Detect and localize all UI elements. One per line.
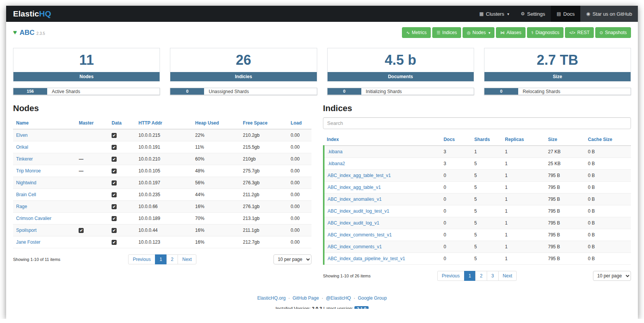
- node-heap-used-cell: 60%: [192, 153, 240, 165]
- index-name-link[interactable]: ABC_index_data_pipeline_kv_test_v1: [328, 256, 405, 261]
- cluster-btn-rest[interactable]: </>REST: [565, 27, 594, 38]
- cluster-btn-diagnostics[interactable]: ⚕Diagnostics: [527, 27, 563, 38]
- nodes-per-page-select[interactable]: 10 per page: [273, 254, 311, 264]
- checked-checkbox-icon[interactable]: ✔: [112, 192, 117, 197]
- node-heap-used-cell: 70%: [192, 213, 240, 225]
- index-name-link[interactable]: ABC_index_audit_log_v1: [328, 220, 379, 226]
- index-name-cell: ABC_index_audit_log_v1: [324, 217, 440, 229]
- brand-logo[interactable]: ElasticHQ: [6, 6, 58, 22]
- checked-checkbox-icon[interactable]: ✔: [112, 169, 117, 174]
- page-button-1[interactable]: 1: [155, 254, 167, 264]
- index-replicas-cell: 1: [502, 253, 545, 265]
- next-page-button[interactable]: Next: [178, 254, 196, 264]
- node-name-cell: Jane Foster: [13, 236, 76, 248]
- node-http-addr-cell: 10.0.0.105: [135, 165, 192, 177]
- node-name-link[interactable]: Elven: [16, 133, 28, 138]
- node-data-cell: ✔: [109, 153, 135, 165]
- previous-page-button[interactable]: Previous: [128, 254, 155, 264]
- index-cache-size-cell: 0 B: [585, 193, 631, 205]
- checked-checkbox-icon[interactable]: ✔: [112, 228, 117, 233]
- footer-link-github-page[interactable]: GitHub Page: [293, 295, 319, 301]
- nav-item-clusters[interactable]: ▦Clusters▾: [473, 6, 515, 22]
- checked-checkbox-icon[interactable]: ✔: [79, 228, 84, 233]
- index-docs-cell: 3: [440, 146, 471, 158]
- cluster-btn-metrics[interactable]: ∿Metrics: [402, 27, 431, 38]
- index-name-cell: ABC_index_agg_table_v1: [324, 182, 440, 193]
- indices-per-page-select[interactable]: 10 per page: [593, 271, 631, 281]
- footer-link-elastichq-org[interactable]: ElasticHQ.org: [257, 295, 286, 301]
- page-button-3[interactable]: 3: [487, 271, 499, 281]
- footer-link-google-group[interactable]: Google Group: [358, 295, 387, 301]
- node-master-cell: —: [76, 153, 109, 165]
- cluster-btn-nodes[interactable]: ◎Nodes▾: [463, 27, 494, 38]
- index-name-link[interactable]: ABC_index_anomalies_v1: [328, 197, 382, 202]
- shard-count-badge: 156: [13, 88, 47, 95]
- node-name-link[interactable]: Orikal: [16, 144, 28, 150]
- index-name-link[interactable]: .kibana: [328, 149, 343, 154]
- next-page-button[interactable]: Next: [498, 271, 517, 281]
- node-heap-used-cell: 44%: [192, 189, 240, 201]
- page-button-2[interactable]: 2: [166, 254, 178, 264]
- page-button-2[interactable]: 2: [475, 271, 487, 281]
- index-name-cell: ABC_index_comments_v1: [324, 241, 440, 253]
- nav-item-settings[interactable]: ⚙Settings: [515, 6, 551, 22]
- shard-label: Active Shards: [52, 89, 80, 94]
- nodes-head-row: NameMasterDataHTTP AddrHeap UsedFree Spa…: [13, 117, 311, 129]
- col-header-shards: Shards: [471, 134, 502, 146]
- node-name-link[interactable]: Brain Cell: [16, 192, 36, 197]
- page-footer-links: ElasticHQ.org·GitHub Page·@ElasticHQ·Goo…: [6, 295, 638, 301]
- checked-checkbox-icon[interactable]: ✔: [112, 157, 117, 162]
- footer-links: ElasticHQ.org·GitHub Page·@ElasticHQ·Goo…: [257, 295, 387, 301]
- node-name-link[interactable]: Crimson Cavalier: [16, 216, 51, 221]
- checked-checkbox-icon[interactable]: ✔: [112, 240, 117, 245]
- checked-checkbox-icon[interactable]: ✔: [112, 180, 117, 185]
- page-button-1[interactable]: 1: [464, 271, 476, 281]
- node-name-link[interactable]: Spoilsport: [16, 228, 36, 233]
- previous-page-button[interactable]: Previous: [437, 271, 464, 281]
- index-shards-cell: 5: [471, 158, 502, 170]
- node-master-cell: [76, 201, 109, 213]
- cluster-btn-label: REST: [577, 30, 590, 35]
- shard-label: Relocating Shards: [523, 89, 560, 94]
- checked-checkbox-icon[interactable]: ✔: [112, 204, 117, 209]
- node-heap-used-cell: 11%: [192, 141, 240, 153]
- index-size-cell: 795 B: [545, 229, 585, 241]
- index-name-link[interactable]: ABC_index_audit_log_test_v1: [328, 208, 389, 214]
- col-header-data: Data: [109, 117, 135, 129]
- main-columns: Nodes NameMasterDataHTTP AddrHeap UsedFr…: [6, 95, 638, 281]
- dash-icon: —: [79, 168, 83, 174]
- checked-checkbox-icon[interactable]: ✔: [112, 133, 117, 138]
- index-name-link[interactable]: ABC_index_comments_test_v1: [328, 232, 392, 238]
- index-name-link[interactable]: ABC_index_comments_v1: [328, 244, 382, 249]
- checked-checkbox-icon[interactable]: ✔: [112, 145, 117, 150]
- index-size-cell: 25 KB: [545, 158, 585, 170]
- node-name-link[interactable]: Trip Monroe: [16, 168, 41, 174]
- index-name-link[interactable]: ABC_index_agg_table_test_v1: [328, 173, 391, 178]
- node-name-link[interactable]: Rage: [16, 204, 27, 209]
- col-header-load: Load: [288, 117, 311, 129]
- node-name-link[interactable]: Tinkerer: [16, 156, 33, 162]
- checked-checkbox-icon[interactable]: ✔: [112, 216, 117, 221]
- index-name-link[interactable]: .kibana2: [328, 161, 345, 166]
- cluster-btn-snapshots[interactable]: ⊙Snapshots: [595, 27, 631, 38]
- stat-label: Documents: [328, 72, 474, 81]
- footer-link-elastichq[interactable]: @ElasticHQ: [326, 295, 351, 301]
- node-master-cell: [76, 177, 109, 189]
- node-name-link[interactable]: Nightwind: [16, 180, 36, 185]
- node-name-link[interactable]: Jane Foster: [16, 239, 40, 245]
- node-data-cell: ✔: [109, 165, 135, 177]
- index-name-link[interactable]: ABC_index_agg_table_v1: [328, 185, 381, 190]
- cluster-name-link[interactable]: ABC: [20, 29, 35, 37]
- shard-label: Unassigned Shards: [209, 89, 249, 94]
- index-row: .kibana235125 KB0 B: [324, 158, 631, 170]
- node-row: Tinkerer—✔10.0.0.21060%210gb0.00: [13, 153, 311, 165]
- nav-item-docs[interactable]: ▤Docs: [551, 6, 580, 22]
- nav-item-star-us-on-github[interactable]: ◉Star us on GitHub: [580, 6, 638, 22]
- stat-card-documents: 4.5 bDocuments: [327, 48, 474, 82]
- cluster-btn-indices[interactable]: ☰Indices: [432, 27, 461, 38]
- col-header-docs: Docs: [440, 134, 471, 146]
- shard-bar-initializing-shards: 0Initializing Shards: [327, 88, 474, 95]
- node-data-cell: ✔: [109, 213, 135, 225]
- indices-search-input[interactable]: [323, 117, 631, 129]
- cluster-btn-aliases[interactable]: ⋈Aliases: [496, 27, 525, 38]
